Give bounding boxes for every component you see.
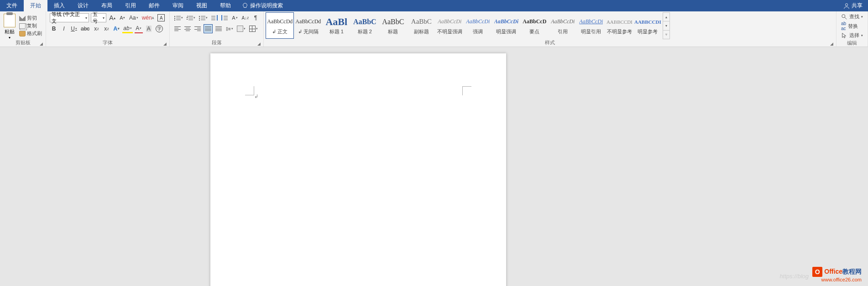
increase-indent-button[interactable] (220, 13, 229, 22)
numbering-button[interactable]: 1▾ (186, 13, 196, 22)
gallery-up-button[interactable]: ▴ (663, 13, 669, 21)
bullets-button[interactable]: ▾ (173, 13, 184, 22)
style-item-4[interactable]: AaBbC标题 (379, 12, 407, 39)
style-preview: AABBCCDI (634, 16, 661, 27)
paste-icon (4, 14, 16, 27)
tab-view[interactable]: 视图 (190, 0, 214, 11)
tab-layout[interactable]: 布局 (95, 0, 119, 11)
style-preview: AaBbCcDd (295, 16, 321, 27)
indent-icon (221, 15, 228, 21)
gallery-more-button[interactable]: ▿ (663, 31, 669, 39)
shrink-font-button[interactable]: A▾ (118, 13, 126, 22)
highlight-button[interactable]: ab▾ (122, 24, 132, 33)
align-right-button[interactable] (193, 24, 202, 33)
tab-help[interactable]: 帮助 (214, 0, 237, 11)
share-button[interactable]: 共享 (838, 0, 868, 11)
style-item-0[interactable]: AaBbCcDd↲ 正文 (266, 12, 294, 39)
tell-me-search[interactable]: 操作说明搜索 (242, 0, 283, 11)
enclose-char-button[interactable]: 字 (155, 24, 164, 33)
line-spacing-button[interactable]: ‡≡▾ (225, 24, 234, 33)
change-case-button[interactable]: Aa▾ (128, 13, 139, 22)
style-item-5[interactable]: AaBbC副标题 (407, 12, 435, 39)
align-distribute-icon (215, 26, 222, 31)
tab-references[interactable]: 引用 (119, 0, 142, 11)
style-label: 标题 1 (329, 28, 344, 35)
shading-button[interactable]: ▾ (236, 24, 246, 33)
cut-button[interactable]: 剪切 (19, 15, 42, 21)
borders-icon (249, 26, 256, 32)
replace-button[interactable]: abac 替换 (841, 21, 863, 31)
show-marks-button[interactable]: ¶ (251, 13, 260, 22)
style-item-10[interactable]: AaBbCcDi引用 (549, 12, 577, 39)
tab-mailings[interactable]: 邮件 (142, 0, 166, 11)
select-button[interactable]: 选择▾ (841, 32, 863, 39)
tab-insert[interactable]: 插入 (47, 0, 71, 11)
italic-button[interactable]: I (60, 24, 68, 33)
align-justify-icon (205, 26, 211, 31)
superscript-button[interactable]: x2 (102, 24, 110, 33)
style-item-13[interactable]: AABBCCDI明显参考 (633, 12, 662, 39)
copy-button[interactable]: 复制 (19, 22, 42, 29)
style-label: 要点 (529, 28, 539, 35)
tab-file[interactable]: 文件 (0, 0, 24, 11)
share-label: 共享 (852, 2, 863, 10)
style-preview: AABBCCDI (607, 16, 633, 27)
style-item-1[interactable]: AaBbCcDd↲ 无间隔 (294, 12, 322, 39)
paragraph-dialog-launcher[interactable]: ◢ (257, 42, 261, 46)
style-item-6[interactable]: AaBbCcDi不明显强调 (435, 12, 464, 39)
style-item-3[interactable]: AaBbC标题 2 (350, 12, 379, 39)
char-border-button[interactable]: A (157, 13, 166, 22)
find-button[interactable]: 查找▾ (841, 13, 863, 20)
group-label-font: 字体 (103, 40, 113, 45)
ribbon: 粘贴 ▼ 剪切 复制 格式刷 剪贴板◢ 等线 (中文正文▾ 五号▾ A▴ A▾ … (0, 11, 868, 47)
align-center-icon (184, 26, 191, 31)
align-left-button[interactable] (173, 24, 182, 33)
svg-point-1 (842, 14, 845, 17)
style-preview: AaBbCcDi (466, 16, 490, 27)
style-item-2[interactable]: AaBl标题 1 (322, 12, 350, 39)
align-center-button[interactable] (183, 24, 192, 33)
phonetic-guide-button[interactable]: wénA (141, 13, 155, 22)
align-distribute-button[interactable] (214, 24, 223, 33)
group-font: 等线 (中文正文▾ 五号▾ A▴ A▾ Aa▾ wénA A B I U▾ ab… (46, 11, 170, 47)
sort-button[interactable]: A↓Z (241, 13, 250, 22)
style-preview: AaBbCcDi (494, 16, 518, 27)
styles-dialog-launcher[interactable]: ◢ (830, 42, 833, 46)
borders-button[interactable]: ▾ (248, 24, 259, 33)
style-item-8[interactable]: AaBbCcDi明显强调 (492, 12, 520, 39)
tab-home[interactable]: 开始 (24, 0, 47, 11)
bold-button[interactable]: B (50, 24, 58, 33)
strikethrough-button[interactable]: abc (80, 24, 90, 33)
font-size-combo[interactable]: 五号▾ (91, 13, 106, 22)
group-label-editing: 编辑 (847, 40, 857, 46)
format-painter-button[interactable]: 格式刷 (19, 30, 42, 37)
grow-font-button[interactable]: A▴ (108, 13, 116, 22)
asian-layout-button[interactable]: A▾ (230, 13, 239, 22)
document-page[interactable]: ↲ (210, 53, 506, 286)
tab-review[interactable]: 审阅 (166, 0, 190, 11)
tab-design[interactable]: 设计 (71, 0, 95, 11)
font-dialog-launcher[interactable]: ◢ (163, 42, 167, 46)
style-label: 不明显参考 (607, 28, 632, 35)
gallery-down-button[interactable]: ▾ (663, 21, 669, 30)
style-preview: AaBl (325, 16, 347, 27)
char-shading-button[interactable]: A (145, 24, 153, 33)
document-area[interactable]: ↲ (0, 47, 868, 286)
outdent-icon (211, 15, 218, 21)
style-item-7[interactable]: AaBbCcDi强调 (464, 12, 492, 39)
multilevel-list-button[interactable]: ▾ (198, 13, 209, 22)
font-name-combo[interactable]: 等线 (中文正文▾ (50, 13, 89, 22)
office-logo-icon: O (812, 267, 822, 277)
align-justify-button[interactable] (204, 24, 213, 33)
style-item-9[interactable]: AaBbCcD要点 (520, 12, 549, 39)
clipboard-dialog-launcher[interactable]: ◢ (40, 42, 43, 46)
underline-button[interactable]: U▾ (70, 24, 78, 33)
font-color-button[interactable]: A▾ (135, 24, 143, 33)
paste-button[interactable]: 粘贴 ▼ (2, 12, 17, 39)
text-effects-button[interactable]: A▾ (112, 24, 120, 33)
subscript-button[interactable]: x2 (92, 24, 100, 33)
style-item-11[interactable]: AaBbCcDi明显引用 (577, 12, 605, 39)
watermark-url: www.office26.com (812, 277, 862, 282)
style-item-12[interactable]: AABBCCDI不明显参考 (605, 12, 633, 39)
decrease-indent-button[interactable] (210, 13, 219, 22)
